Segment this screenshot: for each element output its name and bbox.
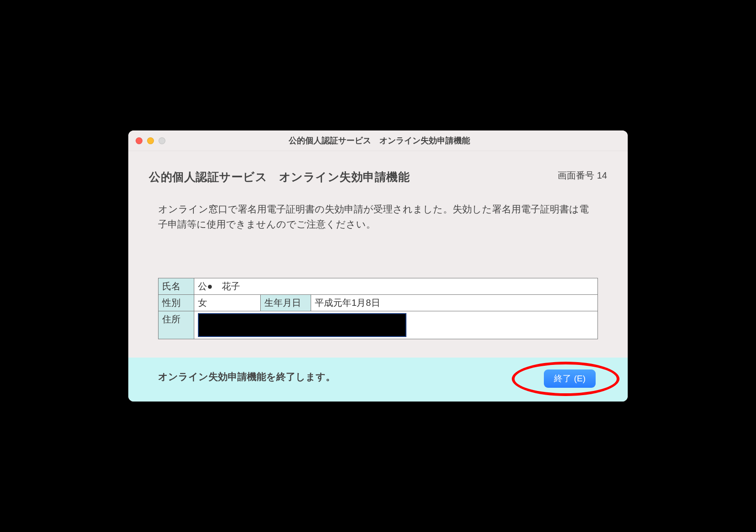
app-window: 公的個人認証サービス オンライン失効申請機能 公的個人認証サービス オンライン失… [128, 130, 628, 401]
page-title: 公的個人認証サービス オンライン失効申請機能 [149, 169, 410, 185]
dob-label: 生年月日 [261, 294, 311, 311]
exit-button[interactable]: 終了 (E) [544, 369, 596, 388]
window-title: 公的個人認証サービス オンライン失効申請機能 [165, 135, 593, 146]
status-message: オンライン窓口で署名用電子証明書の失効申請が受理されました。失効した署名用電子証… [149, 202, 607, 232]
address-label: 住所 [159, 311, 194, 339]
gender-value: 女 [194, 294, 261, 311]
screen-number: 画面番号 14 [558, 169, 607, 182]
table-row: 氏名 公● 花子 [159, 278, 598, 294]
name-label: 氏名 [159, 278, 194, 294]
redacted-box [198, 313, 406, 337]
traffic-lights [136, 137, 165, 144]
content-area: 公的個人認証サービス オンライン失効申請機能 画面番号 14 オンライン窓口で署… [128, 151, 628, 357]
table-row: 住所 [159, 311, 598, 339]
gender-label: 性別 [159, 294, 194, 311]
table-row: 性別 女 生年月日 平成元年1月8日 [159, 294, 598, 311]
address-value [194, 311, 598, 339]
titlebar: 公的個人認証サービス オンライン失効申請機能 [128, 130, 628, 151]
header-row: 公的個人認証サービス オンライン失効申請機能 画面番号 14 [149, 169, 607, 185]
footer: オンライン失効申請機能を終了します。 終了 (E) [128, 358, 628, 402]
info-table: 氏名 公● 花子 性別 女 生年月日 平成元年1月8日 住所 [158, 278, 598, 339]
footer-text: オンライン失効申請機能を終了します。 [149, 370, 607, 383]
name-value: 公● 花子 [194, 278, 598, 294]
dob-value: 平成元年1月8日 [311, 294, 598, 311]
minimize-icon[interactable] [147, 137, 154, 144]
close-icon[interactable] [136, 137, 142, 144]
maximize-icon [159, 137, 165, 144]
